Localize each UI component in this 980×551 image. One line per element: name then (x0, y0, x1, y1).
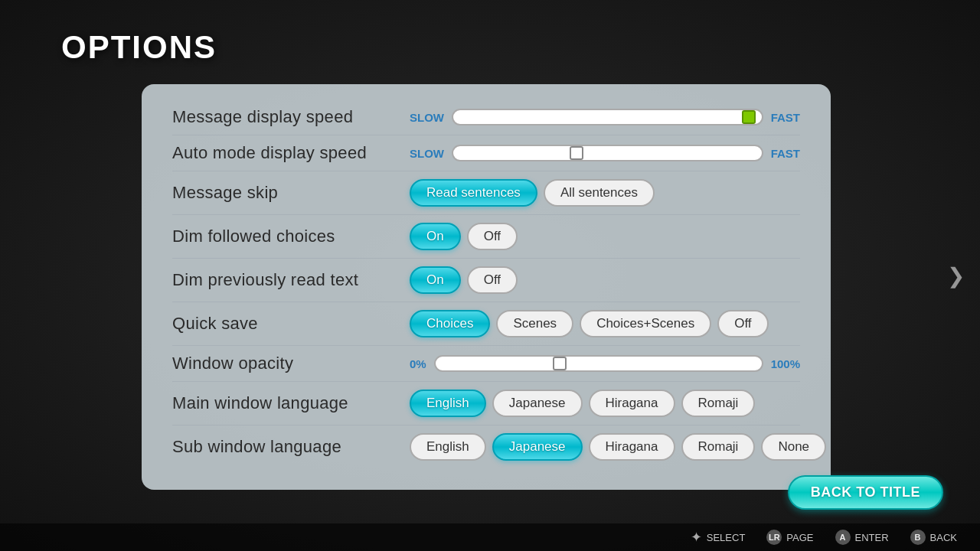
option-row-message-skip: Message skip Read sentences All sentence… (172, 171, 800, 215)
bottom-label-back: BACK (930, 532, 957, 543)
option-row-quick-save: Quick save Choices Scenes Choices+Scenes… (172, 302, 800, 346)
option-row-auto-mode-display-speed: Auto mode display speed SLOW FAST (172, 135, 800, 171)
slider-track-1[interactable] (452, 145, 763, 161)
bottom-label-page: PAGE (786, 532, 813, 543)
options-panel: Message display speed SLOW FAST Auto mod… (142, 84, 831, 490)
btn-all-sentences[interactable]: All sentences (544, 179, 655, 207)
slider-fast-label-2: 100% (771, 357, 800, 370)
option-label-sub-window-language: Sub window language (172, 437, 410, 457)
bottom-control-back: B BACK (910, 530, 957, 545)
slider-fast-label-0: FAST (771, 111, 800, 124)
option-label-window-opacity: Window opacity (172, 354, 410, 373)
btn-quick-save-choices[interactable]: Choices (410, 310, 490, 337)
btn-dim-choices-on[interactable]: On (410, 223, 461, 250)
back-to-title-button[interactable]: BACK TO TITLE (788, 475, 943, 510)
slider-fast-label-1: FAST (771, 147, 800, 160)
option-controls-main-window-language: English Japanese Hiragana Romaji (410, 390, 800, 417)
slider-track-0[interactable] (452, 109, 763, 126)
btn-sub-lang-romaji[interactable]: Romaji (681, 433, 756, 461)
option-controls-window-opacity: 0% 100% (410, 355, 800, 372)
slider-thumb-0[interactable] (742, 110, 756, 124)
btn-quick-save-choices-scenes[interactable]: Choices+Scenes (580, 310, 711, 337)
option-controls-sub-window-language: English Japanese Hiragana Romaji None (410, 433, 826, 461)
option-controls-message-skip: Read sentences All sentences (410, 179, 800, 207)
slider-thumb-2[interactable] (553, 357, 567, 370)
bottom-bar: ✦ SELECT LR PAGE A ENTER B BACK (0, 523, 980, 551)
option-controls-auto-mode-display-speed: SLOW FAST (410, 145, 800, 161)
btn-sub-lang-english[interactable]: English (410, 433, 486, 461)
option-label-quick-save: Quick save (172, 314, 410, 334)
btn-dim-read-off[interactable]: Off (467, 266, 518, 294)
btn-dim-choices-off[interactable]: Off (467, 223, 518, 250)
btn-sub-lang-none[interactable]: None (761, 433, 826, 461)
option-label-message-skip: Message skip (172, 183, 410, 203)
btn-main-lang-romaji[interactable]: Romaji (681, 390, 756, 417)
option-label-dim-followed-choices: Dim followed choices (172, 227, 410, 246)
bottom-control-enter: A ENTER (835, 530, 889, 545)
slider-slow-label-0: SLOW (410, 111, 444, 124)
page-title: OPTIONS (61, 29, 217, 66)
lr-icon: LR (766, 530, 782, 545)
option-label-message-display-speed: Message display speed (172, 107, 410, 127)
option-label-main-window-language: Main window language (172, 393, 410, 413)
b-icon: B (910, 530, 926, 545)
option-controls-dim-previously-read-text: On Off (410, 266, 800, 294)
option-controls-quick-save: Choices Scenes Choices+Scenes Off (410, 310, 800, 337)
btn-quick-save-scenes[interactable]: Scenes (496, 310, 573, 337)
option-label-auto-mode-display-speed: Auto mode display speed (172, 143, 410, 163)
bottom-control-page: LR PAGE (766, 530, 813, 545)
bottom-label-enter: ENTER (855, 532, 889, 543)
option-row-window-opacity: Window opacity 0% 100% (172, 346, 800, 382)
btn-main-lang-english[interactable]: English (410, 390, 486, 417)
option-row-dim-previously-read-text: Dim previously read text On Off (172, 259, 800, 302)
option-controls-dim-followed-choices: On Off (410, 223, 800, 250)
btn-main-lang-hiragana[interactable]: Hiragana (589, 390, 675, 417)
scroll-indicator: ❯ (947, 263, 965, 289)
slider-slow-label-1: SLOW (410, 147, 444, 160)
btn-read-sentences[interactable]: Read sentences (410, 179, 537, 207)
option-label-dim-previously-read-text: Dim previously read text (172, 270, 410, 290)
option-row-sub-window-language: Sub window language English Japanese Hir… (172, 425, 800, 468)
btn-quick-save-off[interactable]: Off (717, 310, 768, 337)
option-row-message-display-speed: Message display speed SLOW FAST (172, 99, 800, 135)
slider-thumb-1[interactable] (570, 146, 583, 160)
btn-dim-read-on[interactable]: On (410, 266, 461, 294)
a-icon: A (835, 530, 851, 545)
bottom-control-select: ✦ SELECT (691, 529, 746, 546)
btn-sub-lang-hiragana[interactable]: Hiragana (589, 433, 675, 461)
slider-track-2[interactable] (434, 355, 763, 372)
btn-sub-lang-japanese[interactable]: Japanese (492, 433, 583, 461)
bottom-label-select: SELECT (707, 532, 746, 543)
option-row-main-window-language: Main window language English Japanese Hi… (172, 382, 800, 425)
btn-main-lang-japanese[interactable]: Japanese (492, 390, 583, 417)
option-controls-message-display-speed: SLOW FAST (410, 109, 800, 126)
option-row-dim-followed-choices: Dim followed choices On Off (172, 215, 800, 259)
dpad-icon: ✦ (691, 529, 702, 546)
slider-slow-label-2: 0% (410, 357, 426, 370)
